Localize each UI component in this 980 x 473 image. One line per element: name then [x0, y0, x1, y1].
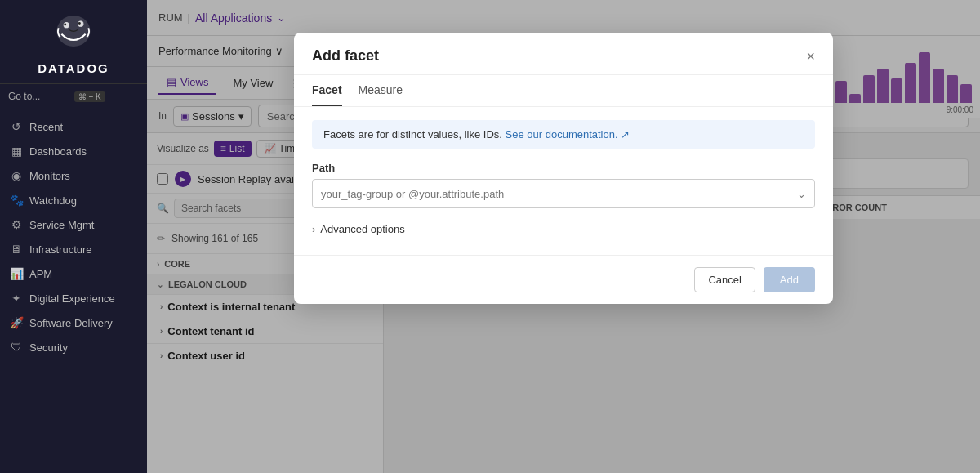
modal-title: Add facet [312, 47, 379, 65]
sidebar-item-security[interactable]: 🛡 Security [0, 335, 147, 359]
path-label: Path [312, 162, 815, 174]
tab-facet[interactable]: Facet [312, 75, 342, 106]
sidebar-item-label: Dashboards [29, 145, 87, 158]
modal-tabs: Facet Measure [294, 75, 833, 107]
sidebar-item-label: Digital Experience [29, 292, 115, 305]
sidebar-item-label: Service Mgmt [29, 219, 94, 231]
path-input-wrap: ⌄ [312, 179, 815, 208]
advanced-arrow-icon: › [312, 223, 315, 235]
advanced-options-row[interactable]: › Advanced options [312, 220, 815, 239]
svg-point-5 [64, 23, 66, 25]
external-link-icon: ↗ [621, 128, 630, 141]
search-shortcut: ⌘ + K [74, 91, 105, 102]
sidebar-item-dashboards[interactable]: ▦ Dashboards [0, 139, 147, 163]
cancel-button[interactable]: Cancel [694, 267, 755, 292]
sidebar-item-label: Software Delivery [29, 317, 113, 329]
add-button[interactable]: Add [764, 267, 815, 292]
tab-measure[interactable]: Measure [359, 75, 403, 106]
sidebar-item-recent[interactable]: ↺ Recent [0, 114, 147, 139]
sidebar-item-label: Recent [29, 121, 63, 133]
modal-body: Facets are for distinct values, like IDs… [294, 107, 833, 255]
software-delivery-icon: 🚀 [10, 316, 23, 329]
sidebar-item-digital-experience[interactable]: ✦ Digital Experience [0, 286, 147, 310]
sidebar-item-label: APM [29, 268, 52, 280]
watchdog-icon: 🐾 [10, 194, 23, 207]
info-box: Facets are for distinct values, like IDs… [312, 120, 815, 149]
sidebar-item-service-mgmt[interactable]: ⚙ Service Mgmt [0, 212, 147, 237]
modal-header: Add facet × [294, 33, 833, 75]
security-icon: 🛡 [10, 341, 23, 354]
documentation-link[interactable]: See our documentation. ↗ [506, 128, 630, 141]
close-button[interactable]: × [806, 49, 815, 64]
sidebar-logo: DATADOG [0, 0, 147, 84]
modal-footer: Cancel Add [294, 255, 833, 304]
info-text: Facets are for distinct values, like IDs… [323, 128, 502, 141]
sidebar-item-watchdog[interactable]: 🐾 Watchdog [0, 188, 147, 212]
sidebar-item-apm[interactable]: 📊 APM [0, 261, 147, 286]
main-content: RUM | All Applications ⌄ Performance Mon… [147, 0, 980, 473]
datadog-logo-icon [49, 13, 98, 58]
path-input[interactable] [321, 188, 797, 200]
sidebar-item-software-delivery[interactable]: 🚀 Software Delivery [0, 310, 147, 335]
advanced-options-label: Advanced options [320, 223, 404, 235]
digital-experience-icon: ✦ [10, 292, 23, 305]
sidebar-nav: ↺ Recent ▦ Dashboards ◉ Monitors 🐾 Watch… [0, 109, 147, 473]
apm-icon: 📊 [10, 267, 23, 280]
dashboards-icon: ▦ [10, 145, 23, 158]
sidebar-item-label: Infrastructure [29, 243, 92, 256]
sidebar-item-label: Monitors [29, 170, 70, 182]
svg-point-6 [78, 22, 81, 25]
sidebar-item-infrastructure[interactable]: 🖥 Infrastructure [0, 237, 147, 261]
sidebar-item-label: Watchdog [29, 194, 77, 207]
sidebar: DATADOG Go to... ⌘ + K ↺ Recent ▦ Dashbo… [0, 0, 147, 473]
modal-overlay: Add facet × Facet Measure Facets are for… [147, 0, 980, 473]
add-facet-modal: Add facet × Facet Measure Facets are for… [294, 33, 833, 304]
service-mgmt-icon: ⚙ [10, 218, 23, 231]
search-label: Go to... [8, 91, 40, 102]
sidebar-item-label: Security [29, 341, 68, 354]
monitors-icon: ◉ [10, 169, 23, 182]
sidebar-logo-text: DATADOG [38, 61, 109, 75]
recent-icon: ↺ [10, 120, 23, 133]
infrastructure-icon: 🖥 [10, 243, 23, 256]
sidebar-search[interactable]: Go to... ⌘ + K [0, 84, 147, 109]
dropdown-icon[interactable]: ⌄ [797, 188, 806, 200]
sidebar-item-monitors[interactable]: ◉ Monitors [0, 163, 147, 188]
